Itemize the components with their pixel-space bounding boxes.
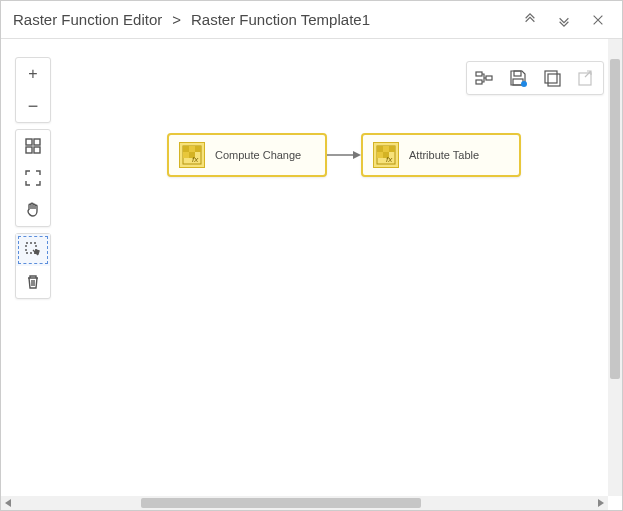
svg-rect-26 [389,146,395,152]
expand-down-icon[interactable] [552,8,576,32]
svg-rect-5 [476,72,482,76]
horizontal-scroll-thumb[interactable] [141,498,421,508]
left-toolbar: + − [15,57,51,299]
select-button[interactable] [16,234,50,266]
raster-fx-icon: fx [373,142,399,168]
node-label: Compute Change [215,149,301,161]
breadcrumb-current: Raster Function Template1 [191,11,370,28]
svg-rect-19 [195,146,201,152]
editor-body: + − [1,39,622,510]
pan-button[interactable] [16,194,50,226]
svg-text:fx: fx [386,155,393,164]
svg-rect-8 [514,71,521,76]
node-compute-change[interactable]: fx Compute Change [167,133,327,177]
horizontal-scrollbar[interactable] [1,496,608,510]
collapse-up-icon[interactable] [518,8,542,32]
svg-rect-18 [189,146,195,152]
node-attribute-table[interactable]: fx Attribute Table [361,133,521,177]
svg-text:fx: fx [192,155,199,164]
close-icon[interactable] [586,8,610,32]
svg-rect-25 [383,146,389,152]
breadcrumb-root[interactable]: Raster Function Editor [13,11,162,28]
save-button[interactable] [501,62,535,94]
svg-rect-3 [34,147,40,153]
node-label: Attribute Table [409,149,479,161]
svg-rect-11 [545,71,557,83]
svg-rect-20 [183,152,189,158]
svg-marker-15 [353,151,361,159]
svg-point-10 [521,81,527,87]
top-right-toolbar [466,61,604,95]
svg-rect-17 [183,146,189,152]
svg-rect-24 [377,146,383,152]
raster-fx-icon: fx [179,142,205,168]
app-window: Raster Function Editor > Raster Function… [0,0,623,511]
svg-rect-7 [486,76,492,80]
vertical-scroll-thumb[interactable] [610,59,620,379]
zoom-in-button[interactable]: + [16,58,50,90]
fit-extent-button[interactable] [16,130,50,162]
delete-button[interactable] [16,266,50,298]
svg-rect-1 [34,139,40,145]
svg-rect-12 [548,74,560,86]
svg-rect-2 [26,147,32,153]
svg-rect-27 [377,152,383,158]
auto-layout-button[interactable] [467,62,501,94]
breadcrumb-sep: > [172,11,181,28]
export-button [569,62,603,94]
svg-rect-13 [579,73,591,85]
vertical-scrollbar[interactable] [608,39,622,496]
graph-canvas[interactable]: + − [1,39,622,510]
zoom-out-button[interactable]: − [16,90,50,122]
save-as-button[interactable] [535,62,569,94]
full-extent-button[interactable] [16,162,50,194]
svg-rect-6 [476,80,482,84]
svg-rect-0 [26,139,32,145]
titlebar: Raster Function Editor > Raster Function… [1,1,622,39]
